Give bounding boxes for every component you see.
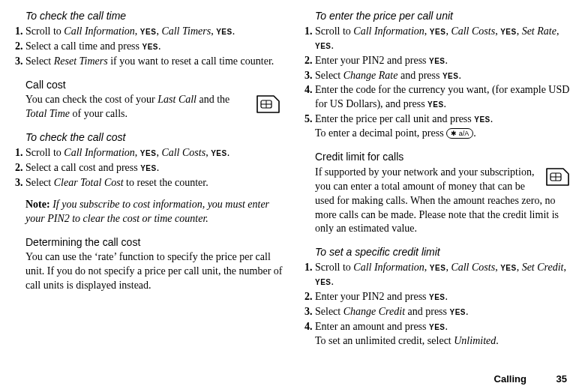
step-item: 1. Scroll to Call Information, YES, Call… (15, 146, 284, 160)
menu-item: Call Timers (161, 25, 211, 37)
heading-set-credit-limit: To set a specific credit limit (315, 245, 573, 259)
step-item: 5. Enter the price per call unit and pre… (304, 112, 573, 141)
menu-item: Set Credit (522, 262, 564, 273)
page-columns: To check the call time 1. Scroll to Call… (15, 6, 573, 349)
key-yes: YES (500, 264, 517, 272)
note-label: Note: (26, 199, 50, 210)
menu-item: Call Costs (451, 262, 495, 273)
menu-item: Change Rate (344, 70, 398, 81)
menu-item: Change Credit (344, 306, 405, 317)
paragraph-call-cost: You can check the cost of your Last Call… (26, 93, 284, 121)
key-yes: YES (315, 278, 332, 286)
menu-item: Call Information (353, 262, 424, 273)
step-item: 2. Select a call cost and press YES. (15, 161, 284, 175)
key-yes: YES (429, 57, 446, 65)
step-item: 2. Select a call time and press YES. (15, 40, 284, 54)
footer-page-number: 35 (556, 373, 567, 385)
left-column: To check the call time 1. Scroll to Call… (15, 6, 284, 349)
paragraph-determining: You can use the ‘rate’ function to speci… (26, 250, 284, 293)
right-column: To enter the price per call unit 1. Scro… (304, 6, 573, 349)
step-text: Select (26, 55, 54, 67)
key-yes: YES (315, 42, 332, 50)
step-item: 1. Scroll to Call Information, YES, Call… (15, 25, 284, 39)
key-yes: YES (216, 28, 232, 36)
key-yes: YES (142, 43, 159, 51)
menu-item: Call Information (353, 25, 424, 37)
page-footer: Calling 35 (494, 373, 567, 386)
step-item: 1. Scroll to Call Information, YES, Call… (304, 261, 573, 289)
step-item: 3. Select Clear Total Cost to reset the … (15, 176, 284, 190)
menu-item: Call Costs (451, 25, 495, 37)
step-item: 4. Enter the code for the currency you w… (304, 83, 573, 112)
key-yes: YES (429, 293, 446, 301)
footer-section: Calling (494, 373, 526, 385)
sim-card-icon (255, 94, 280, 114)
key-yes: YES (140, 164, 157, 172)
key-yes: YES (428, 100, 444, 109)
key-yes: YES (140, 28, 157, 36)
note-block: Note: If you subscribe to cost informati… (26, 198, 284, 226)
heading-determining-cost: Determining the call cost (26, 235, 284, 250)
key-yes: YES (140, 149, 157, 157)
heading-check-call-cost: To check the call cost (26, 130, 284, 145)
step-item: 3. Select Change Rate and press YES. (304, 69, 573, 83)
step-item: 3. Select Reset Timers if you want to re… (15, 55, 284, 69)
note-text: If you subscribe to cost information, yo… (26, 199, 269, 224)
menu-item: Unlimited (454, 335, 496, 346)
menu-item: Clear Total Cost (54, 177, 124, 188)
term: Last Call (158, 94, 196, 105)
paragraph-credit-limit: If supported by your network and your su… (315, 166, 573, 236)
key-yes: YES (450, 308, 466, 316)
steps-set-credit: 1. Scroll to Call Information, YES, Call… (304, 261, 573, 348)
heading-credit-limit: Credit limit for calls (315, 150, 573, 164)
key-yes: YES (500, 28, 517, 36)
step-text: Select a call time and press (26, 40, 142, 52)
steps-check-call-time: 1. Scroll to Call Information, YES, Call… (15, 25, 284, 69)
steps-enter-price: 1. Scroll to Call Information, YES, Call… (304, 25, 573, 141)
step-item: 2. Enter your PIN2 and press YES. (304, 54, 573, 68)
step-item: 4. Enter an amount and press YES. To set… (304, 320, 573, 349)
menu-item: Call Costs (161, 147, 206, 158)
key-yes: YES (429, 323, 446, 331)
menu-item: Call Information (64, 25, 135, 37)
key-star-aA-icon: ✱ a/A (446, 128, 473, 139)
heading-call-cost: Call cost (26, 78, 284, 92)
sim-card-icon (544, 167, 570, 187)
heading-check-call-time: To check the call time (26, 9, 284, 23)
step-item: 3. Select Change Credit and press YES. (304, 305, 573, 319)
step-item: 2. Enter your PIN2 and press YES. (304, 290, 573, 304)
key-yes: YES (430, 264, 446, 272)
key-yes: YES (211, 149, 227, 157)
step-text: Scroll to (26, 25, 64, 37)
menu-item: Call Information (64, 147, 135, 158)
menu-item: Reset Timers (54, 55, 108, 67)
heading-enter-price: To enter the price per call unit (315, 9, 573, 23)
key-yes: YES (474, 115, 490, 124)
key-yes: YES (442, 72, 459, 80)
steps-check-call-cost: 1. Scroll to Call Information, YES, Call… (15, 146, 284, 190)
key-yes: YES (430, 28, 446, 36)
term: Total Time (26, 108, 70, 119)
step-item: 1. Scroll to Call Information, YES, Call… (304, 25, 573, 53)
menu-item: Set Rate (522, 25, 556, 37)
